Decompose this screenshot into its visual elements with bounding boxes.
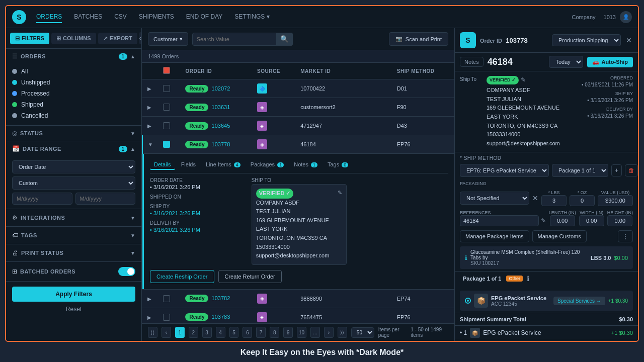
integrations-section[interactable]: ⚙ INTEGRATIONS ▼ xyxy=(6,209,141,227)
page-last[interactable]: ⟩⟩ xyxy=(338,327,347,338)
batched-orders-toggle[interactable] xyxy=(118,267,135,276)
order-id-link-2[interactable]: 103631 xyxy=(212,104,230,110)
add-package-button[interactable]: + xyxy=(611,164,622,176)
scan-print-button[interactable]: 📷 Scan and Print xyxy=(389,32,448,46)
order-id-link-6[interactable]: 103783 xyxy=(212,314,230,320)
close-right-panel-button[interactable]: ✕ xyxy=(625,35,633,45)
order-id-link-4[interactable]: 103778 xyxy=(212,141,230,147)
reset-button[interactable]: Reset xyxy=(12,304,135,315)
tab-tags[interactable]: Tags 0 xyxy=(324,160,352,170)
export-button[interactable]: ↗ EXPORT xyxy=(98,33,137,44)
page-prev[interactable]: ‹ xyxy=(162,327,171,338)
page-7[interactable]: 7 xyxy=(256,327,266,338)
page-first[interactable]: ⟨⟨ xyxy=(148,327,157,338)
order-id-link-1[interactable]: 102072 xyxy=(212,85,230,92)
service-row[interactable]: 📦 EPG ePacket Service ACC 12345 Special … xyxy=(460,291,633,311)
packaging-type-select[interactable]: Not Specified xyxy=(460,192,529,205)
create-return-button[interactable]: Create Return Order xyxy=(218,270,282,283)
production-select[interactable]: Production Shipping xyxy=(552,34,621,46)
notes-button[interactable]: Notes xyxy=(460,57,484,67)
nav-shipments[interactable]: SHIPMENTS xyxy=(139,11,174,23)
today-select[interactable]: Today xyxy=(549,56,583,68)
oz-input[interactable] xyxy=(570,195,595,206)
nav-end-of-day[interactable]: END OF DAY xyxy=(186,11,222,23)
page-2[interactable]: 2 xyxy=(189,327,198,338)
order-id-link-5[interactable]: 103782 xyxy=(212,295,230,301)
width-input[interactable] xyxy=(579,215,604,226)
collapse-button[interactable]: ‹ xyxy=(139,32,141,44)
orders-section-header[interactable]: ☰ ORDERS 1 ▲ xyxy=(6,49,141,64)
special-services-button[interactable]: Special Services → xyxy=(553,297,605,305)
per-page-select[interactable]: 50 xyxy=(351,327,374,338)
manage-package-button[interactable]: Manage Package Items xyxy=(460,230,529,242)
filter-cancelled[interactable]: Cancelled xyxy=(12,110,135,121)
row-expand-2[interactable]: ▶ xyxy=(147,105,151,110)
tab-details[interactable]: Details xyxy=(150,160,175,170)
nav-orders[interactable]: ORDERS xyxy=(36,11,62,23)
reference-input[interactable] xyxy=(460,215,539,226)
filters-button[interactable]: ⊟ FILTERS xyxy=(10,33,49,44)
date-range-header[interactable]: 📅 DATE RANGE 1 ▲ xyxy=(6,141,141,156)
row-expand-4[interactable]: ▼ xyxy=(148,142,153,147)
filter-all[interactable]: All xyxy=(12,66,135,77)
row-expand-6[interactable]: ▶ xyxy=(147,315,151,320)
more-options-button[interactable]: ⋮ xyxy=(618,230,633,242)
tab-notes[interactable]: Notes 1 xyxy=(290,160,321,170)
edit-ship-to-button[interactable]: ✎ xyxy=(521,75,526,85)
row-checkbox-2[interactable] xyxy=(163,104,170,111)
edit-reference-button[interactable]: ✎ xyxy=(541,217,546,224)
search-button[interactable]: 🔍 xyxy=(276,33,293,46)
lbs-input[interactable] xyxy=(541,195,567,206)
date-from-input[interactable] xyxy=(12,193,72,205)
page-9[interactable]: 9 xyxy=(283,327,293,338)
page-1[interactable]: 1 xyxy=(175,327,185,338)
row-checkbox-5[interactable] xyxy=(163,295,170,302)
nav-settings[interactable]: SETTINGS ▾ xyxy=(234,11,269,23)
pkg-tab-1[interactable]: Package 1 of 1 xyxy=(460,275,504,283)
page-10[interactable]: 10 xyxy=(297,327,306,338)
row-expand-3[interactable]: ▶ xyxy=(147,123,151,129)
edit-icon-exp[interactable]: ✎ xyxy=(338,189,342,198)
length-input[interactable] xyxy=(550,215,575,226)
height-input[interactable] xyxy=(607,215,632,226)
package-select[interactable]: Package 1 of 1 xyxy=(552,164,608,177)
page-6[interactable]: 6 xyxy=(243,327,252,338)
status-section-header[interactable]: ◎ STATUS ▼ xyxy=(6,126,141,141)
columns-button[interactable]: ⊞ COLUMNS xyxy=(51,33,96,44)
tab-fields[interactable]: Fields xyxy=(177,160,200,170)
search-type-select[interactable]: Customer ▾ xyxy=(148,32,188,46)
page-4[interactable]: 4 xyxy=(216,327,225,338)
nav-csv[interactable]: CSV xyxy=(114,11,127,23)
filter-processed[interactable]: Processed xyxy=(12,88,135,99)
ship-method-select[interactable]: EP76: EPG ePacket Service xyxy=(460,164,549,177)
order-id-link-3[interactable]: 103645 xyxy=(212,123,230,129)
tab-line-items[interactable]: Line Items 4 xyxy=(202,160,245,170)
row-expand-1[interactable]: ▶ xyxy=(147,86,151,92)
service-radio[interactable] xyxy=(465,298,471,304)
date-preset-select[interactable]: Custom xyxy=(12,176,135,190)
clear-packaging-button[interactable]: ✕ xyxy=(532,194,538,202)
page-8[interactable]: 8 xyxy=(270,327,279,338)
row-checkbox-1[interactable] xyxy=(163,85,170,92)
manage-customs-button[interactable]: Manage Customs xyxy=(532,230,587,242)
nav-batches[interactable]: BATCHES xyxy=(74,11,102,23)
page-next[interactable]: › xyxy=(324,327,334,338)
row-checkbox-4[interactable] xyxy=(163,141,170,148)
row-checkbox-3[interactable] xyxy=(163,122,170,129)
create-reship-button[interactable]: Create Reship Order xyxy=(150,270,214,283)
filter-shipped[interactable]: Shipped xyxy=(12,99,135,110)
filter-unshipped[interactable]: Unshipped xyxy=(12,77,135,88)
date-to-input[interactable] xyxy=(75,193,136,205)
tags-section[interactable]: 🏷 TAGS ▼ xyxy=(6,227,141,244)
date-type-select[interactable]: Order Date xyxy=(12,160,135,173)
page-5[interactable]: 5 xyxy=(229,327,239,338)
row-checkbox-6[interactable] xyxy=(163,314,170,321)
apply-filters-button[interactable]: Apply Filters xyxy=(12,287,135,302)
delete-package-button[interactable]: 🗑 xyxy=(625,164,638,176)
row-expand-5[interactable]: ▶ xyxy=(147,296,151,302)
autoship-button[interactable]: 🚗 Auto-Ship xyxy=(587,57,633,67)
print-status-section[interactable]: 🖨 PRINT STATUS ▼ xyxy=(6,244,141,262)
page-3[interactable]: 3 xyxy=(202,327,212,338)
tab-packages[interactable]: Packages 1 xyxy=(247,160,288,170)
value-input[interactable] xyxy=(598,195,633,206)
